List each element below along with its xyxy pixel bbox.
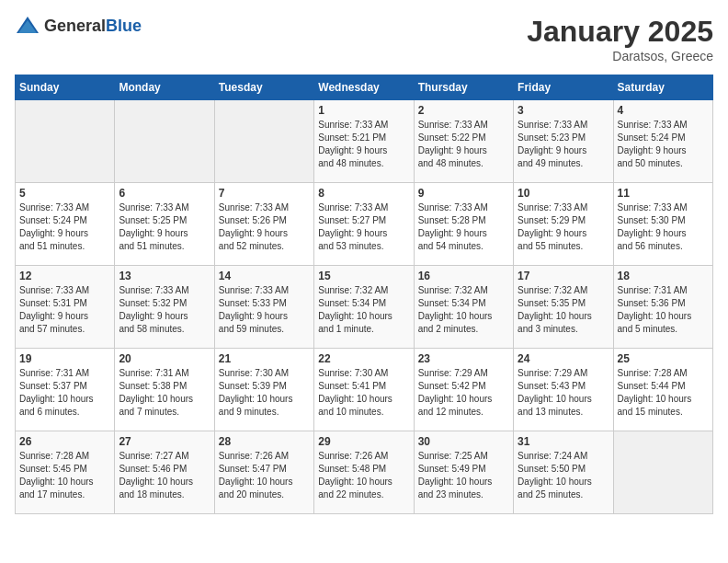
day-number: 24 [518, 352, 609, 365]
day-number: 20 [119, 352, 210, 365]
calendar-cell [214, 100, 313, 183]
calendar-cell: 5Sunrise: 7:33 AM Sunset: 5:24 PM Daylig… [16, 183, 115, 266]
day-content: Sunrise: 7:32 AM Sunset: 5:34 PM Dayligh… [418, 284, 509, 336]
calendar-cell: 25Sunrise: 7:28 AM Sunset: 5:44 PM Dayli… [613, 349, 712, 431]
month-year-title: January 2025 [527, 15, 713, 49]
calendar-cell: 23Sunrise: 7:29 AM Sunset: 5:42 PM Dayli… [414, 349, 513, 431]
calendar-cell: 3Sunrise: 7:33 AM Sunset: 5:23 PM Daylig… [514, 100, 613, 183]
calendar-cell: 11Sunrise: 7:33 AM Sunset: 5:30 PM Dayli… [613, 183, 712, 266]
weekday-header-wednesday: Wednesday [314, 75, 414, 100]
day-number: 30 [418, 435, 509, 448]
calendar-week-row-3: 12Sunrise: 7:33 AM Sunset: 5:31 PM Dayli… [16, 266, 713, 349]
day-number: 13 [119, 270, 210, 282]
day-content: Sunrise: 7:33 AM Sunset: 5:30 PM Dayligh… [618, 201, 709, 253]
day-content: Sunrise: 7:25 AM Sunset: 5:49 PM Dayligh… [418, 450, 509, 501]
weekday-header-tuesday: Tuesday [214, 75, 313, 100]
calendar-cell: 24Sunrise: 7:29 AM Sunset: 5:43 PM Dayli… [514, 349, 613, 431]
calendar-cell: 21Sunrise: 7:30 AM Sunset: 5:39 PM Dayli… [214, 349, 313, 431]
day-number: 19 [19, 352, 110, 365]
day-number: 3 [518, 104, 609, 117]
calendar-cell: 15Sunrise: 7:32 AM Sunset: 5:34 PM Dayli… [314, 266, 414, 349]
day-number: 12 [19, 270, 110, 282]
day-content: Sunrise: 7:33 AM Sunset: 5:22 PM Dayligh… [418, 119, 509, 170]
calendar-cell: 17Sunrise: 7:32 AM Sunset: 5:35 PM Dayli… [514, 266, 613, 349]
calendar-cell: 28Sunrise: 7:26 AM Sunset: 5:47 PM Dayli… [214, 431, 313, 514]
logo-text: GeneralBlue [44, 17, 142, 36]
day-content: Sunrise: 7:29 AM Sunset: 5:43 PM Dayligh… [518, 367, 609, 419]
calendar-cell: 13Sunrise: 7:33 AM Sunset: 5:32 PM Dayli… [115, 266, 214, 349]
calendar-table: SundayMondayTuesdayWednesdayThursdayFrid… [15, 75, 713, 514]
calendar-cell: 6Sunrise: 7:33 AM Sunset: 5:25 PM Daylig… [115, 183, 214, 266]
day-content: Sunrise: 7:31 AM Sunset: 5:36 PM Dayligh… [618, 284, 709, 336]
day-content: Sunrise: 7:30 AM Sunset: 5:39 PM Dayligh… [219, 367, 310, 419]
weekday-header-saturday: Saturday [613, 75, 712, 100]
day-content: Sunrise: 7:24 AM Sunset: 5:50 PM Dayligh… [518, 450, 609, 501]
day-content: Sunrise: 7:33 AM Sunset: 5:24 PM Dayligh… [19, 201, 110, 253]
day-number: 14 [219, 270, 310, 282]
day-number: 4 [618, 104, 709, 117]
calendar-cell: 29Sunrise: 7:26 AM Sunset: 5:48 PM Dayli… [314, 431, 414, 514]
day-content: Sunrise: 7:33 AM Sunset: 5:33 PM Dayligh… [219, 284, 310, 336]
day-content: Sunrise: 7:31 AM Sunset: 5:37 PM Dayligh… [19, 367, 110, 419]
logo-icon [15, 15, 40, 37]
day-number: 10 [518, 187, 609, 200]
day-content: Sunrise: 7:33 AM Sunset: 5:26 PM Dayligh… [219, 201, 310, 253]
calendar-cell: 22Sunrise: 7:30 AM Sunset: 5:41 PM Dayli… [314, 349, 414, 431]
day-content: Sunrise: 7:31 AM Sunset: 5:38 PM Dayligh… [119, 367, 210, 419]
calendar-cell: 10Sunrise: 7:33 AM Sunset: 5:29 PM Dayli… [514, 183, 613, 266]
title-block: January 2025 Daratsos, Greece [527, 15, 713, 63]
day-number: 16 [418, 270, 509, 282]
day-content: Sunrise: 7:33 AM Sunset: 5:27 PM Dayligh… [318, 201, 409, 253]
day-number: 7 [219, 187, 310, 200]
calendar-cell: 7Sunrise: 7:33 AM Sunset: 5:26 PM Daylig… [214, 183, 313, 266]
day-number: 9 [418, 187, 509, 200]
day-number: 2 [418, 104, 509, 117]
calendar-cell: 31Sunrise: 7:24 AM Sunset: 5:50 PM Dayli… [514, 431, 613, 514]
day-content: Sunrise: 7:33 AM Sunset: 5:23 PM Dayligh… [518, 119, 609, 170]
day-number: 25 [618, 352, 709, 365]
location-subtitle: Daratsos, Greece [527, 49, 713, 63]
calendar-week-row-2: 5Sunrise: 7:33 AM Sunset: 5:24 PM Daylig… [16, 183, 713, 266]
day-number: 31 [518, 435, 609, 448]
day-content: Sunrise: 7:29 AM Sunset: 5:42 PM Dayligh… [418, 367, 509, 419]
calendar-cell: 26Sunrise: 7:28 AM Sunset: 5:45 PM Dayli… [16, 431, 115, 514]
day-number: 22 [318, 352, 409, 365]
calendar-cell: 14Sunrise: 7:33 AM Sunset: 5:33 PM Dayli… [214, 266, 313, 349]
day-number: 18 [618, 270, 709, 282]
weekday-header-sunday: Sunday [16, 75, 115, 100]
logo-blue: Blue [106, 17, 142, 35]
calendar-cell: 12Sunrise: 7:33 AM Sunset: 5:31 PM Dayli… [16, 266, 115, 349]
weekday-header-thursday: Thursday [414, 75, 513, 100]
calendar-cell: 20Sunrise: 7:31 AM Sunset: 5:38 PM Dayli… [115, 349, 214, 431]
calendar-week-row-5: 26Sunrise: 7:28 AM Sunset: 5:45 PM Dayli… [16, 431, 713, 514]
day-number: 8 [318, 187, 409, 200]
logo-general: General [44, 17, 106, 35]
day-content: Sunrise: 7:32 AM Sunset: 5:35 PM Dayligh… [518, 284, 609, 336]
day-number: 6 [119, 187, 210, 200]
day-content: Sunrise: 7:28 AM Sunset: 5:45 PM Dayligh… [19, 450, 110, 501]
page-header: GeneralBlue January 2025 Daratsos, Greec… [15, 15, 713, 63]
calendar-cell: 1Sunrise: 7:33 AM Sunset: 5:21 PM Daylig… [314, 100, 414, 183]
day-content: Sunrise: 7:33 AM Sunset: 5:28 PM Dayligh… [418, 201, 509, 253]
day-number: 23 [418, 352, 509, 365]
day-content: Sunrise: 7:33 AM Sunset: 5:31 PM Dayligh… [19, 284, 110, 336]
day-content: Sunrise: 7:33 AM Sunset: 5:24 PM Dayligh… [618, 119, 709, 170]
calendar-week-row-4: 19Sunrise: 7:31 AM Sunset: 5:37 PM Dayli… [16, 349, 713, 431]
calendar-week-row-1: 1Sunrise: 7:33 AM Sunset: 5:21 PM Daylig… [16, 100, 713, 183]
calendar-cell: 18Sunrise: 7:31 AM Sunset: 5:36 PM Dayli… [613, 266, 712, 349]
day-number: 26 [19, 435, 110, 448]
day-content: Sunrise: 7:32 AM Sunset: 5:34 PM Dayligh… [318, 284, 409, 336]
day-number: 28 [219, 435, 310, 448]
day-number: 29 [318, 435, 409, 448]
calendar-cell: 16Sunrise: 7:32 AM Sunset: 5:34 PM Dayli… [414, 266, 513, 349]
day-number: 27 [119, 435, 210, 448]
day-number: 11 [618, 187, 709, 200]
calendar-cell [613, 431, 712, 514]
day-content: Sunrise: 7:26 AM Sunset: 5:47 PM Dayligh… [219, 450, 310, 501]
calendar-cell: 19Sunrise: 7:31 AM Sunset: 5:37 PM Dayli… [16, 349, 115, 431]
day-content: Sunrise: 7:33 AM Sunset: 5:21 PM Dayligh… [318, 119, 409, 170]
day-content: Sunrise: 7:33 AM Sunset: 5:32 PM Dayligh… [119, 284, 210, 336]
day-number: 21 [219, 352, 310, 365]
calendar-cell: 27Sunrise: 7:27 AM Sunset: 5:46 PM Dayli… [115, 431, 214, 514]
day-number: 5 [19, 187, 110, 200]
